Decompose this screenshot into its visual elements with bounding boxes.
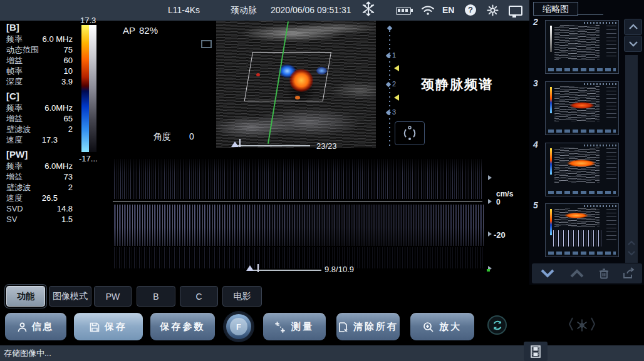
- freeze-snowflake-icon: [361, 1, 376, 21]
- spectrum-baseline[interactable]: [113, 201, 482, 201]
- spectrum-slider-tick[interactable]: [257, 264, 259, 272]
- param-row: 壁滤波2: [6, 182, 73, 193]
- battery-icon: [396, 7, 411, 15]
- mini-flow-region: [569, 102, 595, 109]
- thumbnail-image: [545, 143, 619, 196]
- language-switch[interactable]: EN: [442, 5, 454, 15]
- thumbnail-item[interactable]: 4: [532, 141, 620, 196]
- tab-cine[interactable]: 电影: [222, 286, 262, 307]
- cine-frame-slider[interactable]: [235, 145, 310, 146]
- thumbnail-item[interactable]: 2: [532, 19, 620, 74]
- film-icon: [531, 345, 541, 358]
- spectrum-noise-upper: [114, 159, 484, 199]
- focus-marker-icon[interactable]: [394, 94, 399, 101]
- angle-label: 角度: [153, 131, 171, 143]
- depth-mark-1: 1: [392, 51, 396, 59]
- thumbnail-item[interactable]: 5: [532, 202, 620, 257]
- mini-flow-region: [567, 160, 596, 167]
- param-row: 帧率10: [6, 66, 73, 76]
- mini-toolbar-decoration: [584, 205, 616, 207]
- depth-mark-2: 2: [392, 80, 396, 88]
- mini-buttons-decoration: [548, 130, 616, 133]
- freeze-toggle-dim[interactable]: [566, 316, 598, 335]
- spectrum-slider-marker[interactable]: [246, 265, 254, 271]
- snowflake-dim-icon: [576, 318, 588, 332]
- doppler-color-scale: [81, 25, 89, 152]
- f-dial-knob[interactable]: F: [223, 311, 254, 342]
- mini-toolbar-decoration: [584, 22, 616, 24]
- mini-color-bar: [550, 148, 552, 175]
- gear-icon[interactable]: [487, 4, 499, 19]
- thumbnail-image: [545, 81, 619, 135]
- section-title: [B]: [6, 22, 73, 34]
- mini-toolbar-decoration: [584, 83, 616, 85]
- help-icon[interactable]: ?: [465, 4, 476, 16]
- thumbnail-tab[interactable]: 缩略图: [533, 2, 578, 16]
- scale-tick-icon: [488, 175, 492, 180]
- orange-flow-dot: [295, 96, 300, 99]
- param-row: 动态范围75: [6, 44, 73, 55]
- mini-buttons-decoration: [548, 68, 616, 71]
- delete-icon[interactable]: [598, 267, 610, 280]
- scroll-up-button[interactable]: [624, 19, 642, 35]
- acoustic-power-value: 82%: [139, 25, 158, 36]
- info-button[interactable]: 信息: [5, 313, 66, 340]
- status-message: 存储图像中...: [4, 348, 51, 359]
- focus-marker-icon[interactable]: [394, 65, 399, 71]
- exam-preset: 颈动脉: [231, 5, 257, 16]
- sweep-indicator: [487, 269, 490, 272]
- baseline-arrow-icon: [488, 199, 492, 204]
- param-row: 频率6.0 MHz: [6, 34, 73, 44]
- thumbnail-scrollbar[interactable]: [625, 55, 638, 263]
- monitor-icon[interactable]: [509, 6, 522, 16]
- scroll-down-button[interactable]: [624, 36, 642, 52]
- refresh-button[interactable]: [487, 315, 507, 335]
- parameter-panel: [B] 频率6.0 MHz 动态范围75 增益60 帧率10 深度3.9 [C]…: [6, 21, 73, 225]
- cine-slider-tick[interactable]: [239, 139, 241, 147]
- page-up-icon[interactable]: [569, 269, 585, 278]
- cine-slider-marker[interactable]: [231, 141, 239, 147]
- thumbnail-item[interactable]: 3: [532, 80, 620, 135]
- thumbnail-panel: 缩略图 2 3: [529, 0, 644, 285]
- page-down-icon[interactable]: [538, 268, 557, 278]
- tab-functions[interactable]: 功能: [6, 286, 45, 307]
- blue-flow-region-small: [316, 67, 327, 74]
- acoustic-power-label: AP: [123, 25, 135, 36]
- frame-counter: 23/23: [316, 141, 337, 151]
- spectrum-signal-band: [114, 205, 484, 246]
- image-annotation: 颈静脉频谱: [421, 76, 493, 93]
- tab-image-mode[interactable]: 图像模式: [49, 286, 91, 307]
- clear-all-button[interactable]: 清除所有: [336, 313, 400, 340]
- mini-params-decoration: [606, 148, 616, 181]
- param-row: SVD14.8: [6, 203, 73, 214]
- export-icon[interactable]: [622, 267, 636, 280]
- f-dial-ring: F: [226, 314, 251, 339]
- mini-buttons-decoration: [548, 191, 616, 194]
- param-row: 速度26.5: [6, 193, 73, 203]
- left-bracket-icon: [568, 317, 573, 335]
- mini-buttons-decoration: [548, 252, 616, 255]
- zoom-button[interactable]: 放大: [410, 313, 474, 340]
- caliper-icon: [275, 322, 286, 333]
- baseline-value: 0: [496, 198, 501, 206]
- color-grayscale-bar: [81, 25, 96, 152]
- wifi-icon: [421, 5, 435, 18]
- tab-c[interactable]: C: [180, 286, 218, 307]
- save-button[interactable]: 保存: [74, 313, 143, 340]
- scale-tick-icon: [488, 231, 492, 236]
- save-params-button[interactable]: 保存参数: [150, 313, 215, 340]
- measure-button[interactable]: 测量: [263, 313, 326, 340]
- param-row: 频率6.0MHz: [6, 103, 73, 113]
- spectrum-noise-lower: [114, 247, 484, 268]
- mini-toolbar-decoration: [584, 145, 616, 146]
- mini-spectrum: [553, 230, 603, 247]
- tab-pw[interactable]: PW: [94, 286, 132, 307]
- tab-b[interactable]: B: [137, 286, 175, 307]
- magnifier-plus-icon: [423, 322, 434, 333]
- mini-params-decoration: [606, 87, 616, 119]
- param-row: SV1.5: [6, 214, 73, 225]
- param-row: 增益73: [6, 171, 73, 182]
- mini-params-decoration: [606, 26, 616, 58]
- cine-film-button[interactable]: [524, 342, 548, 361]
- probe-orientation-icon[interactable]: [395, 121, 425, 145]
